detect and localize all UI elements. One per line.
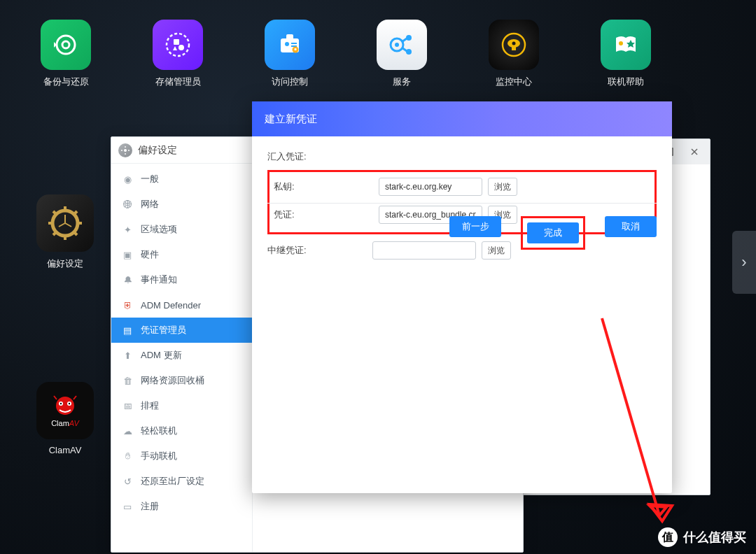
finish-highlight: 完成 [521,216,585,250]
sidebar-item-certmgr[interactable]: ▤凭证管理员 [111,318,252,343]
sidebar-item-hardware[interactable]: ▣硬件 [111,242,252,267]
close-button[interactable] [685,144,704,159]
cert-icon: ▤ [121,324,134,336]
dialog-title[interactable]: 建立新凭证 [252,101,672,136]
desktop-left-column: 偏好设定 ClamAV ClamAV [36,194,94,455]
bell-icon: 🔔︎ [121,274,134,286]
svg-marker-51 [650,506,666,516]
sidebar-item-notify[interactable]: 🔔︎事件通知 [111,267,252,292]
calendar-icon: 📅︎ [121,399,134,412]
app-label: 服务 [393,76,411,88]
sidebar-item-general[interactable]: ◉一般 [111,166,252,192]
app-label: 备份与还原 [43,76,89,88]
svg-line-35 [65,223,71,227]
sidebar-item-update[interactable]: ⬆ADM 更新 [111,343,252,368]
svg-point-1 [62,41,69,48]
svg-point-40 [60,403,62,404]
svg-point-16 [406,49,412,55]
app-storage-manager[interactable]: 存储管理员 [153,20,203,88]
app-label: ClamAV [49,445,82,455]
sidebar-item-schedule[interactable]: 📅︎排程 [111,393,252,418]
app-label: 偏好设定 [47,257,83,270]
restore-icon [41,20,91,70]
app-preferences[interactable]: 偏好设定 [36,194,94,270]
row-private-key: 私钥: 浏览 [274,175,650,199]
nodes-icon [377,20,427,70]
app-label: 监控中心 [496,76,532,88]
watermark: 值 什么值得买 [658,527,746,547]
sidebar-item-factory[interactable]: ↺还原至出厂设定 [111,469,252,494]
cancel-button[interactable]: 取消 [605,216,657,237]
app-backup-restore[interactable]: 备份与还原 [41,20,91,88]
update-icon: ⬆ [121,349,134,362]
svg-point-0 [57,36,75,54]
cog-icon: ◉ [121,173,134,185]
svg-point-41 [69,403,70,404]
browse-private-key-button[interactable]: 浏览 [488,178,517,196]
desktop-icon-row: 备份与还原 存储管理员 访问控制 服务 监控中心 联机帮助 [41,20,651,88]
app-label: 存储管理员 [155,76,201,88]
globe-icon: 🌐︎ [121,198,134,211]
svg-point-15 [406,35,412,41]
arrow-annotation [595,311,679,542]
prev-button[interactable]: 前一步 [449,216,501,237]
clamav-icon: ClamAV [36,382,94,439]
input-private-key[interactable] [379,178,482,196]
svg-point-8 [285,42,289,46]
label-private-key: 私钥: [274,180,379,193]
svg-marker-55 [650,504,672,521]
svg-point-45 [124,149,127,152]
shapes-icon [153,20,203,70]
app-online-help[interactable]: 联机帮助 [601,20,651,88]
factory-icon: ↺ [121,475,134,488]
new-cert-dialog: 建立新凭证 汇入凭证: 私钥: 浏览 凭证: 浏览 中继凭证: 浏览 [252,101,672,493]
svg-point-14 [395,43,399,47]
svg-line-33 [74,211,77,214]
chevron-right-icon: › [741,253,746,271]
app-clamav[interactable]: ClamAV ClamAV [36,382,94,455]
sidebar-item-recycle[interactable]: 🗑︎网络资源回收桶 [111,368,252,393]
dialog-footer: 前一步 完成 取消 [267,203,657,250]
svg-rect-7 [286,34,293,40]
section-label: 汇入凭证: [267,150,657,163]
hand-icon: ✋︎ [121,450,134,462]
svg-rect-12 [295,48,297,50]
finish-button[interactable]: 完成 [527,222,579,243]
idcard-icon [265,20,315,70]
svg-point-4 [178,45,184,50]
svg-rect-9 [291,43,297,44]
app-services[interactable]: 服务 [377,20,427,88]
sidebar-item-register[interactable]: ▭注册 [111,494,252,519]
app-access-control[interactable]: 访问控制 [265,20,315,88]
region-icon: ✦ [121,223,134,236]
svg-line-36 [59,223,65,227]
svg-point-22 [512,42,516,45]
svg-rect-3 [174,39,179,45]
svg-line-32 [53,232,56,235]
svg-marker-5 [173,46,177,50]
svg-rect-21 [512,46,516,50]
chip-icon: ▣ [121,248,134,261]
cloud-icon: ☁ [121,425,134,437]
svg-line-30 [53,211,56,214]
sidebar-item-manual[interactable]: ✋︎手动联机 [111,443,252,469]
window-title: 偏好设定 [138,144,177,157]
sidebar-item-ezconnect[interactable]: ☁轻松联机 [111,418,252,443]
svg-point-23 [619,41,623,45]
camera-icon [489,20,539,70]
edge-next-button[interactable]: › [732,231,756,294]
sidebar-item-defender[interactable]: ⛨ADM Defender [111,292,252,318]
prefs-sidebar: ◉一般 🌐︎网络 ✦区域选项 ▣硬件 🔔︎事件通知 ⛨ADM Defender … [111,164,253,552]
svg-line-18 [402,48,407,51]
app-surveillance[interactable]: 监控中心 [489,20,539,88]
register-icon: ▭ [121,500,134,513]
svg-line-31 [74,232,77,235]
sidebar-item-network[interactable]: 🌐︎网络 [111,192,252,217]
watermark-badge: 值 [658,527,678,547]
svg-marker-54 [651,510,673,530]
svg-line-50 [602,318,659,516]
trash-icon: 🗑︎ [121,374,134,387]
gear-icon [36,194,94,252]
book-icon [601,20,651,70]
sidebar-item-region[interactable]: ✦区域选项 [111,217,252,242]
